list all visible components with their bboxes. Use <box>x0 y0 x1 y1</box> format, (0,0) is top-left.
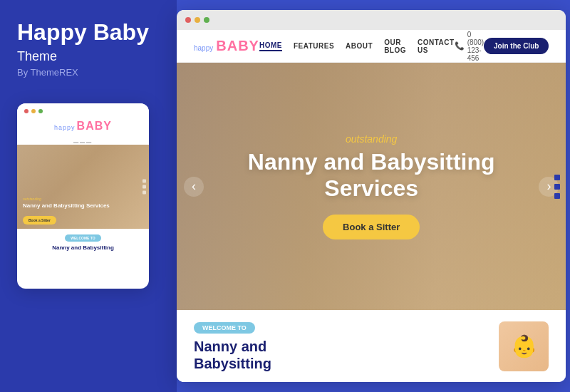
site-logo-happy: happy <box>194 44 213 52</box>
mobile-outstanding: outstanding <box>23 197 110 201</box>
mobile-logo: happy BABY <box>54 120 112 132</box>
mobile-dot-3 <box>142 191 146 195</box>
mobile-sidebar-dots <box>142 180 146 195</box>
nav-item-home[interactable]: HOME <box>259 41 282 51</box>
hero-prev-button[interactable]: ‹ <box>184 177 204 197</box>
nav-item-features[interactable]: FEATURES <box>294 42 334 50</box>
hero-content: outstanding Nanny and BabysittingService… <box>248 133 495 239</box>
site-welcome-section: WELCOME TO Nanny andBabysitting 👶 <box>177 310 566 382</box>
phone-number: 0 (800) 123-456 <box>467 31 484 62</box>
mobile-hamburger-icon[interactable]: ⎯⎯⎯ <box>73 133 93 143</box>
browser-dot-red <box>185 17 191 23</box>
site-nav: HOME FEATURES ABOUT OUR BLOG CONTACT US <box>259 38 455 54</box>
site-hero: ‹ outstanding Nanny and BabysittingServi… <box>177 63 566 310</box>
app-subtitle: Theme <box>17 49 160 64</box>
mobile-dot-red <box>24 109 28 113</box>
left-panel: Happy Baby Theme By ThemeREX happy BABY … <box>0 0 177 392</box>
mobile-dot-1 <box>142 180 146 183</box>
phone-icon: 📞 <box>455 41 465 51</box>
site-logo-baby: BABY <box>216 38 259 54</box>
welcome-image: 👶 <box>499 321 549 371</box>
mobile-logo-baby: BABY <box>77 120 112 132</box>
browser-topbar <box>177 10 566 30</box>
site-logo: happy BABY <box>194 38 259 54</box>
welcome-text-area: WELCOME TO Nanny andBabysitting <box>194 320 484 372</box>
app-title: Happy Baby <box>17 20 160 45</box>
mobile-logo-happy: happy <box>54 125 76 131</box>
join-club-button[interactable]: Join the Club <box>484 38 549 54</box>
app-author: By ThemeREX <box>17 67 160 78</box>
mobile-dot-green <box>38 109 43 113</box>
nav-item-contact[interactable]: CONTACT US <box>418 38 455 54</box>
welcome-badge: WELCOME TO <box>194 322 255 334</box>
mobile-logo-area: happy BABY ⎯⎯⎯ <box>17 116 149 145</box>
welcome-title: Nanny andBabysitting <box>194 338 484 372</box>
browser-window: happy BABY HOME FEATURES ABOUT OUR BLOG … <box>177 10 566 382</box>
browser-dot-yellow <box>195 17 200 23</box>
hero-sidebar-dots <box>554 175 560 199</box>
hero-sq-3 <box>554 193 560 199</box>
mobile-hero: outstanding Nanny and Babysitting Servic… <box>17 145 149 229</box>
nav-item-blog[interactable]: OUR BLOG <box>384 38 406 54</box>
mobile-preview: happy BABY ⎯⎯⎯ outstanding Nanny and Bab… <box>17 103 149 289</box>
mobile-dot-2 <box>142 185 146 189</box>
mobile-welcome-title: Nanny and Babysitting <box>52 244 114 252</box>
hero-title: Nanny and BabysittingServices <box>248 149 495 202</box>
site-header: happy BABY HOME FEATURES ABOUT OUR BLOG … <box>177 30 566 63</box>
mobile-topbar <box>17 103 149 116</box>
nav-item-about[interactable]: ABOUT <box>346 42 373 50</box>
mobile-dot-yellow <box>31 109 36 113</box>
browser-dot-green <box>204 17 209 23</box>
site-phone: 📞 0 (800) 123-456 <box>455 31 484 62</box>
hero-cta-button[interactable]: Book a Sitter <box>323 215 420 239</box>
mobile-hero-content: outstanding Nanny and Babysitting Servic… <box>17 192 115 229</box>
hero-outstanding: outstanding <box>248 133 495 145</box>
mobile-welcome-section: WELCOME TO Nanny and Babysitting <box>17 229 149 254</box>
hero-sq-2 <box>554 184 560 190</box>
hero-sq-1 <box>554 175 560 180</box>
right-panel: happy BABY HOME FEATURES ABOUT OUR BLOG … <box>177 0 570 392</box>
mobile-cta-button[interactable]: Book a Sitter <box>23 216 56 225</box>
mobile-welcome-badge: WELCOME TO <box>65 234 100 242</box>
mobile-hero-title: Nanny and Babysitting Services <box>23 202 110 210</box>
